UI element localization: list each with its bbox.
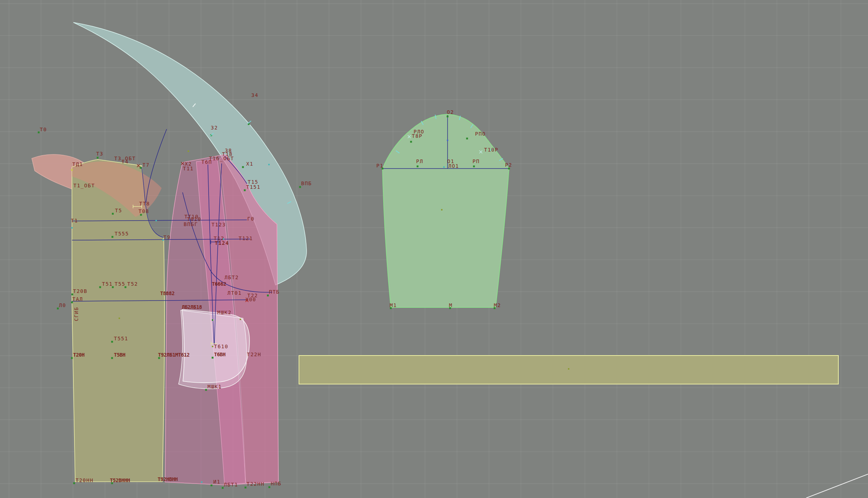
point-marker[interactable]	[155, 220, 157, 221]
point-label-34: 34	[251, 92, 258, 98]
point-marker[interactable]	[268, 164, 270, 165]
point-label-Т151: Т151	[246, 184, 261, 190]
point-label-Р1: Р1	[376, 163, 384, 169]
point-label-Т5: Т5	[115, 208, 122, 213]
point-label-ВПБГ: ВПБГ	[184, 221, 198, 227]
point-label-Х1: Х1	[246, 161, 253, 167]
point-label-ПТБ: ПТБ	[269, 289, 280, 295]
point-marker[interactable]	[222, 487, 224, 489]
point-label-Т6ВН: Т6ВН	[214, 352, 226, 357]
point-marker[interactable]	[211, 485, 213, 486]
point-label-ЛБТ1: ЛБТ1	[224, 482, 238, 488]
pattern-canvas: Т03432ВПБТ3Т3_ОБТТ4ТД1Т7Т1_ОБТХ2Т11Т6ПТ1…	[0, 0, 868, 498]
point-label-Т3: Т3	[96, 151, 103, 157]
point-label-ЛТ01: ЛТ01	[227, 290, 242, 296]
point-marker[interactable]	[71, 227, 73, 229]
point-marker[interactable]	[417, 166, 419, 167]
point-label-Т4: Т4	[121, 159, 129, 165]
point-marker[interactable]	[205, 389, 207, 391]
point-marker[interactable]	[112, 213, 114, 215]
point-label-М: М	[449, 302, 453, 308]
point-label-Т8Р: Т8Р	[412, 133, 423, 139]
point-label-М1: М1	[390, 302, 397, 308]
piece-sleeve[interactable]	[382, 114, 509, 307]
point-marker[interactable]	[508, 168, 510, 170]
point-label-ТТ8: ТТ8	[139, 201, 150, 207]
point-marker[interactable]	[188, 150, 189, 152]
point-label-Т7: Т7	[142, 162, 150, 168]
point-marker[interactable]	[242, 166, 244, 168]
point-label-РП: РП	[473, 158, 480, 164]
point-label-Т18: Т18	[222, 151, 233, 157]
point-marker[interactable]	[212, 357, 214, 359]
point-label-Х00: Х00	[245, 297, 256, 302]
point-label-Т123: Т123	[211, 222, 226, 227]
point-label-Т20НН: Т20НН	[76, 477, 94, 483]
point-marker[interactable]	[447, 116, 449, 118]
point-label-Т610: Т610	[214, 344, 228, 349]
point-marker[interactable]	[112, 236, 114, 238]
piece-waistband-strip[interactable]	[299, 356, 838, 384]
point-marker[interactable]	[441, 209, 442, 210]
point-marker[interactable]	[97, 157, 99, 159]
point-label-Т51: Т51	[102, 281, 113, 287]
point-label-МШК1: МШК1	[208, 384, 222, 390]
point-marker[interactable]	[443, 166, 445, 168]
point-marker[interactable]	[71, 169, 73, 171]
point-marker[interactable]	[57, 308, 59, 310]
point-label-ТД1: ТД1	[72, 161, 83, 167]
point-label-Т20Н: Т20Н	[73, 352, 85, 358]
point-marker[interactable]	[140, 167, 142, 169]
point-marker[interactable]	[71, 357, 73, 359]
point-label-МШК2: МШК2	[217, 310, 232, 315]
point-label-Т9: Т9	[163, 234, 171, 240]
point-label-Т22НН: Т22НН	[247, 481, 265, 487]
point-marker[interactable]	[473, 166, 475, 167]
point-label-Р2: Р2	[505, 162, 512, 168]
point-marker[interactable]	[245, 487, 247, 489]
point-label-М2: М2	[494, 302, 501, 308]
point-marker[interactable]	[410, 141, 412, 143]
point-label-РЛ: РЛ	[416, 158, 423, 164]
point-label-О2: О2	[447, 109, 454, 115]
point-label-Т0: Т0	[40, 127, 47, 132]
point-label-ЛО1: ЛО1	[448, 163, 459, 169]
point-label-Т1: Т1	[71, 218, 78, 224]
point-label-ЛБТ2: ЛБТ2	[225, 274, 239, 280]
point-marker[interactable]	[38, 132, 40, 133]
point-marker[interactable]	[240, 319, 241, 320]
point-marker[interactable]	[111, 357, 113, 359]
point-label-Т92ЛБ1МТ612: Т92ЛБ1МТ612	[158, 352, 189, 358]
point-label-Т55: Т55	[115, 281, 125, 287]
point-label-Т22Н: Т22Н	[247, 352, 261, 357]
point-label-Т08: Т08	[138, 208, 149, 214]
point-label-ВПБ: ВПБ	[301, 180, 312, 186]
point-marker[interactable]	[99, 286, 101, 288]
point-label-Т20В: Т20В	[73, 288, 87, 294]
point-label-Т8882: Т8882	[160, 290, 175, 296]
point-label-Г0: Г0	[247, 216, 255, 222]
point-marker[interactable]	[299, 186, 301, 188]
point-marker[interactable]	[447, 140, 448, 141]
point-label-ЛБ2ЛБ18: ЛБ2ЛБ18	[182, 304, 202, 310]
point-marker[interactable]	[269, 486, 270, 488]
point-marker[interactable]	[212, 319, 213, 321]
point-marker[interactable]	[111, 341, 113, 343]
point-marker[interactable]	[201, 481, 202, 483]
point-marker[interactable]	[267, 295, 269, 297]
bottom-right-guide	[806, 474, 868, 498]
point-marker[interactable]	[140, 214, 142, 216]
point-marker[interactable]	[244, 190, 246, 191]
point-marker[interactable]	[568, 368, 569, 370]
point-label-Т124: Т124	[215, 240, 229, 246]
point-marker[interactable]	[212, 346, 213, 347]
point-label-И1: И1	[213, 479, 221, 485]
point-marker[interactable]	[119, 318, 120, 319]
point-label-32: 32	[211, 125, 218, 131]
point-label-Л0: Л0	[59, 302, 66, 308]
point-label-РПО: РПО	[475, 131, 486, 137]
point-marker[interactable]	[466, 138, 468, 140]
point-label-Т5ВН: Т5ВН	[114, 352, 125, 358]
point-label-Т555: Т555	[115, 231, 129, 237]
point-marker[interactable]	[73, 482, 75, 484]
